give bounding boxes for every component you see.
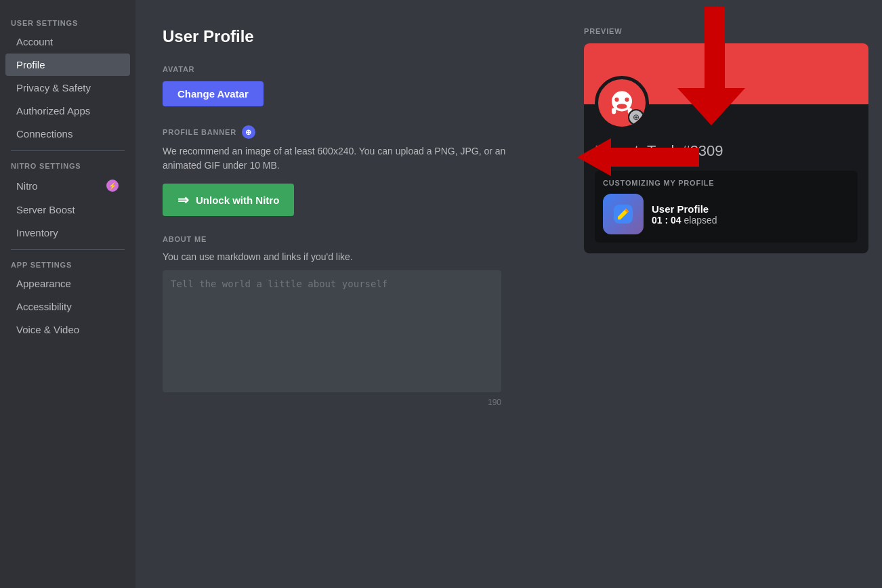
- sidebar-section-nitro-settings: NITRO SETTINGS Nitro ⚡ Server Boost Inve…: [0, 156, 135, 244]
- customizing-section: CUSTOMIZING MY PROFILE U: [595, 171, 858, 243]
- svg-point-5: [617, 104, 627, 109]
- profile-username: RemoteTools#3309: [595, 142, 858, 160]
- sidebar-item-privacy-safety[interactable]: Privacy & Safety: [5, 77, 130, 99]
- svg-rect-6: [612, 108, 616, 114]
- sidebar-section-app-settings: APP SETTINGS Appearance Accessibility Vo…: [0, 255, 135, 341]
- avatar-section: AVATAR Change Avatar: [163, 65, 543, 106]
- customizing-text: User Profile 01 : 04 elapsed: [652, 203, 717, 226]
- nitro-badge-icon: ⊕: [242, 125, 255, 139]
- sidebar-item-nitro[interactable]: Nitro ⚡: [5, 173, 130, 198]
- banner-description: We recommend an image of at least 600x24…: [163, 144, 543, 173]
- svg-point-3: [614, 98, 618, 102]
- avatar: ⊕: [595, 76, 649, 130]
- app-time: 01 : 04 elapsed: [652, 215, 717, 226]
- nitro-bolt-icon: ⇒: [177, 192, 189, 208]
- svg-text:⚡: ⚡: [108, 182, 117, 190]
- profile-banner-section: PROFILE BANNER ⊕ We recommend an image o…: [163, 125, 543, 216]
- about-me-textarea[interactable]: [163, 270, 501, 392]
- app-icon: [603, 194, 644, 234]
- avatar-edit-button[interactable]: ⊕: [628, 109, 644, 125]
- customizing-row: User Profile 01 : 04 elapsed: [603, 194, 849, 234]
- char-count: 190: [163, 398, 501, 407]
- sidebar-divider-2: [11, 249, 125, 250]
- about-me-label: ABOUT ME: [163, 235, 543, 243]
- change-avatar-button[interactable]: Change Avatar: [163, 81, 264, 106]
- sidebar-section-label-app-settings: APP SETTINGS: [0, 255, 135, 272]
- avatar-section-label: AVATAR: [163, 65, 543, 73]
- about-me-description: You can use markdown and links if you'd …: [163, 251, 543, 262]
- sidebar-item-profile[interactable]: Profile: [5, 54, 130, 76]
- app-name: User Profile: [652, 203, 717, 215]
- preview-panel: PREVIEW ⊕ RemoteTools#3309: [570, 0, 882, 588]
- sidebar-item-account[interactable]: Account: [5, 30, 130, 53]
- sidebar-item-accessibility[interactable]: Accessibility: [5, 295, 130, 318]
- profile-avatar-wrapper: ⊕: [595, 76, 649, 130]
- svg-point-4: [625, 98, 629, 102]
- page-title: User Profile: [163, 27, 543, 46]
- about-me-section: ABOUT ME You can use markdown and links …: [163, 235, 543, 407]
- sidebar-item-inventory[interactable]: Inventory: [5, 222, 130, 244]
- preview-label: PREVIEW: [584, 27, 868, 35]
- sidebar-section-label-user-settings: USER SETTINGS: [0, 14, 135, 30]
- profile-banner-label: PROFILE BANNER: [163, 128, 236, 136]
- sidebar-section-user-settings: USER SETTINGS Account Profile Privacy & …: [0, 14, 135, 145]
- customizing-label: CUSTOMIZING MY PROFILE: [603, 179, 849, 187]
- sidebar-item-connections[interactable]: Connections: [5, 123, 130, 145]
- sidebar-item-appearance[interactable]: Appearance: [5, 272, 130, 295]
- sidebar-item-voice-video[interactable]: Voice & Video: [5, 318, 130, 341]
- profile-card: ⊕ RemoteTools#3309 CUSTOMIZING MY PROFIL…: [584, 43, 868, 253]
- main-content: User Profile AVATAR Change Avatar PROFIL…: [135, 0, 570, 588]
- sidebar-item-server-boost[interactable]: Server Boost: [5, 198, 130, 221]
- sidebar-item-authorized-apps[interactable]: Authorized Apps: [5, 100, 130, 122]
- nitro-icon: ⚡: [106, 179, 119, 192]
- sidebar-divider-1: [11, 150, 125, 151]
- sidebar: USER SETTINGS Account Profile Privacy & …: [0, 0, 135, 588]
- unlock-nitro-button[interactable]: ⇒ Unlock with Nitro: [163, 184, 294, 216]
- sidebar-section-label-nitro-settings: NITRO SETTINGS: [0, 156, 135, 173]
